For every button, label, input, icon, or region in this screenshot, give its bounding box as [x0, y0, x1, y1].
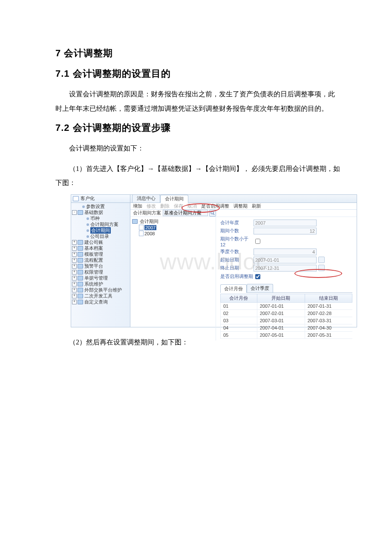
- table-cell: 2007-03-31: [305, 317, 352, 324]
- calendar-icon[interactable]: [318, 265, 325, 271]
- sidebar-item[interactable]: +模板管理: [72, 251, 129, 257]
- sidebar-title: 客户化: [71, 195, 130, 203]
- folder-icon: [78, 270, 83, 275]
- btn-delete[interactable]: 删除: [160, 203, 170, 209]
- table-cell: 05: [221, 331, 257, 338]
- btn-save[interactable]: 保存: [174, 203, 183, 209]
- col-month: 会计月份: [221, 294, 257, 302]
- main-tabs: 消息中心 会计期间: [130, 195, 357, 203]
- period-tree[interactable]: 会计期间 20072008: [130, 217, 216, 341]
- table-cell: 2007-02-01: [257, 309, 305, 317]
- tab-quarter[interactable]: 会计季度: [247, 284, 273, 292]
- period-year-label: 2008: [144, 231, 155, 236]
- scheme-search-button[interactable]: [209, 210, 216, 217]
- sidebar-item[interactable]: +二次开发工具: [72, 293, 129, 299]
- sidebar-item-label: 二次开发工具: [84, 293, 112, 299]
- input-count[interactable]: [254, 228, 317, 234]
- sidebar-item[interactable]: 参数设置: [72, 204, 129, 210]
- tree-expand-icon[interactable]: +: [72, 240, 77, 245]
- table-row[interactable]: 012007-01-012007-01-31: [221, 302, 352, 309]
- checkbox-enable-adj[interactable]: [255, 274, 260, 279]
- sidebar-item-label: 单据号管理: [84, 275, 108, 281]
- sidebar-tree[interactable]: 参数设置-基础数据币种会计期间方案会计期间公司目录+建公司账+基本档案+模板管理…: [71, 203, 130, 307]
- table-cell: 2007-05-31: [305, 331, 352, 338]
- file-icon: [139, 225, 144, 230]
- scheme-input[interactable]: [163, 210, 208, 216]
- sidebar-item[interactable]: +预警平台: [72, 263, 129, 269]
- tree-expand-icon[interactable]: +: [72, 264, 77, 269]
- tab-message-center[interactable]: 消息中心: [132, 194, 160, 202]
- period-year-item[interactable]: 2007: [132, 225, 214, 231]
- toolbar: 增加 修改 删除 保存 取消 是否启用调整 调整期 刷新: [130, 203, 357, 210]
- scheme-label: 会计期间方案: [133, 210, 161, 216]
- subsection-heading-2: 7.2 会计调整期的设置步骤: [55, 121, 341, 134]
- btn-enable-adjust[interactable]: 是否启用调整: [201, 203, 229, 209]
- sidebar-item[interactable]: 公司目录: [72, 234, 129, 240]
- sidebar-item[interactable]: -基础数据: [72, 210, 129, 216]
- input-quarter[interactable]: [254, 249, 317, 255]
- sidebar-item[interactable]: 会计期间方案: [72, 222, 129, 228]
- tree-expand-icon[interactable]: -: [72, 210, 77, 215]
- label-count: 期间个数: [220, 228, 254, 234]
- svg-line-1: [213, 214, 214, 215]
- btn-refresh[interactable]: 刷新: [252, 203, 261, 209]
- table-cell: 2007-02-28: [305, 309, 352, 317]
- main-area: 消息中心 会计期间 增加 修改 删除 保存 取消 是否启用调整 调整期 刷新 会…: [130, 195, 357, 327]
- sidebar-item[interactable]: +建公司账: [72, 240, 129, 246]
- intro-paragraph: 会计调整期的设置如下：: [55, 141, 341, 156]
- bullet-icon: [86, 223, 89, 226]
- tree-expand-icon[interactable]: +: [72, 288, 77, 292]
- table-cell: 02: [221, 309, 257, 317]
- sidebar-item[interactable]: +流程配置: [72, 257, 129, 263]
- calendar-icon[interactable]: [318, 257, 325, 263]
- tree-expand-icon[interactable]: +: [72, 270, 77, 275]
- label-year: 会计年度: [220, 220, 254, 226]
- window-icon: [73, 196, 79, 201]
- tree-expand-icon[interactable]: +: [72, 246, 77, 251]
- table-row[interactable]: 022007-02-012007-02-28: [221, 309, 352, 317]
- folder-icon: [78, 258, 83, 263]
- input-start-date[interactable]: [254, 257, 317, 263]
- sidebar-item[interactable]: +自定义查询: [72, 299, 129, 305]
- sidebar-item-label: 模板管理: [84, 251, 103, 257]
- period-year-item[interactable]: 2008: [132, 231, 214, 237]
- btn-cancel[interactable]: 取消: [187, 203, 197, 209]
- sidebar-item[interactable]: +基本档案: [72, 246, 129, 251]
- folder-icon: [78, 300, 83, 304]
- sidebar-item[interactable]: +系统维护: [72, 281, 129, 287]
- table-row[interactable]: 052007-05-012007-05-31: [221, 331, 352, 338]
- sidebar-title-label: 客户化: [81, 195, 95, 202]
- input-year[interactable]: [254, 220, 317, 226]
- label-start: 起始日期: [220, 257, 254, 263]
- table-row[interactable]: 032007-03-012007-03-31: [221, 317, 352, 324]
- tree-expand-icon[interactable]: +: [72, 282, 77, 286]
- period-tree-root[interactable]: 会计期间: [140, 218, 159, 225]
- tree-expand-icon[interactable]: +: [72, 252, 77, 257]
- tab-accounting-period[interactable]: 会计期间: [160, 195, 188, 203]
- tab-month[interactable]: 会计月份: [220, 284, 247, 293]
- months-table: 会计月份 开始日期 结束日期 012007-01-012007-01-31022…: [220, 294, 352, 339]
- sidebar-item[interactable]: +外部交换平台维护: [72, 287, 129, 293]
- form-panel: 会计年度 期间个数 期间个数小于12 季度个数 起始日期 终止日期: [216, 217, 357, 341]
- btn-add[interactable]: 增加: [133, 203, 142, 209]
- sidebar-item[interactable]: +单据号管理: [72, 275, 129, 281]
- btn-edit[interactable]: 修改: [147, 203, 156, 209]
- table-cell: 2007-05-01: [257, 331, 305, 338]
- scheme-row: 会计期间方案: [130, 210, 357, 217]
- sidebar-item-label: 参数设置: [86, 203, 105, 210]
- btn-adjust-period[interactable]: 调整期: [233, 203, 248, 209]
- tree-expand-icon[interactable]: +: [72, 258, 77, 263]
- sidebar-item-label: 币种: [90, 215, 100, 222]
- folder-icon: [78, 294, 83, 298]
- table-row[interactable]: 042007-04-012007-04-30: [221, 324, 352, 331]
- input-end-date[interactable]: [254, 265, 317, 272]
- tree-expand-icon[interactable]: +: [72, 294, 77, 298]
- sidebar-item[interactable]: 会计期间: [72, 228, 129, 234]
- sidebar-item[interactable]: +权限管理: [72, 269, 129, 275]
- label-lt12: 期间个数小于12: [220, 236, 254, 247]
- tree-expand-icon[interactable]: +: [72, 300, 77, 304]
- sidebar-item[interactable]: 币种: [72, 216, 129, 222]
- checkbox-lt12[interactable]: [255, 239, 260, 244]
- tree-expand-icon[interactable]: +: [72, 276, 77, 280]
- file-icon: [139, 231, 144, 236]
